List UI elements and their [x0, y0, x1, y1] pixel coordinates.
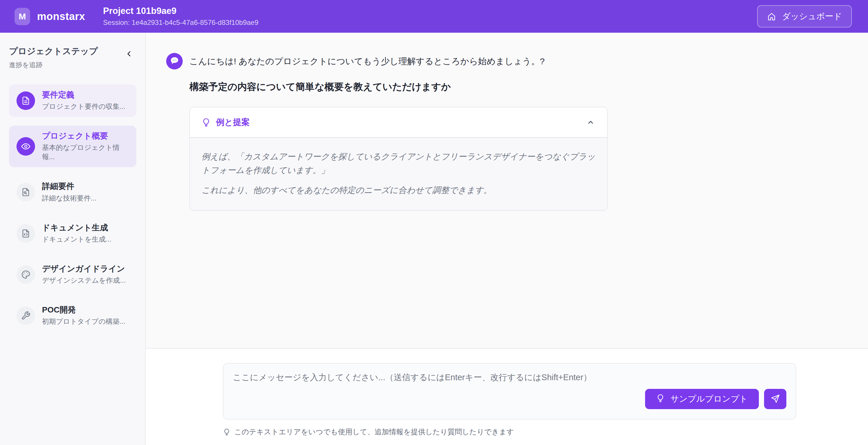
top-header: M monstarx Project 101b9ae9 Session: 1e4… [0, 0, 868, 33]
file-code-icon [17, 224, 35, 243]
composer-helper: このテキストエリアをいつでも使用して、追加情報を提供したり質問したりできます [223, 427, 868, 437]
examples-panel: 例と提案 例えば、「カスタムアートワークを探しているクライアントとフリーランスデ… [189, 107, 608, 211]
examples-toggle[interactable]: 例と提案 [190, 107, 607, 138]
sidebar-item-4[interactable]: ドキュメント生成 ドキュメントを生成... [9, 217, 136, 250]
project-steps-sidebar: プロジェクトステップ 進捗を追跡 要件定義 プロジェクト要件の収集... プロジ… [0, 33, 146, 445]
lightbulb-icon [202, 118, 211, 127]
chevron-left-icon [125, 55, 133, 59]
project-title: Project 101b9ae9 [103, 6, 258, 16]
dashboard-button-label: ダッシュボード [782, 11, 842, 22]
sidebar-item-6[interactable]: POC開発 初期プロトタイプの構築... [9, 300, 136, 332]
palette-icon [17, 265, 35, 284]
sidebar-item-3[interactable]: 詳細要件 詳細な技術要件... [9, 176, 136, 208]
brand-logo: M [14, 8, 30, 25]
sidebar-item-5[interactable]: デザインガイドライン デザインシステムを作成... [9, 259, 136, 291]
lightbulb-icon [223, 428, 230, 436]
assistant-question: 構築予定の内容について簡単な概要を教えていただけますか [189, 80, 608, 94]
chat-area: こんにちは! あなたのプロジェクトについてもう少し理解するところから始めましょう… [146, 33, 868, 348]
sidebar-title: プロジェクトステップ [9, 45, 98, 57]
dashboard-button[interactable]: ダッシュボード [757, 5, 852, 28]
brand-name: monstarx [37, 10, 85, 23]
main-content: こんにちは! あなたのプロジェクトについてもう少し理解するところから始めましょう… [146, 33, 868, 445]
assistant-message: こんにちは! あなたのプロジェクトについてもう少し理解するところから始めましょう… [166, 53, 850, 211]
sample-prompt-button[interactable]: サンプルプロンプト [645, 389, 759, 409]
eye-icon [17, 137, 35, 156]
lightbulb-icon [656, 394, 665, 405]
app-window: M monstarx Project 101b9ae9 Session: 1e4… [0, 0, 868, 445]
send-button[interactable] [764, 389, 786, 409]
assistant-avatar [166, 53, 183, 69]
file-search-icon [17, 183, 35, 201]
file-text-icon [17, 92, 35, 110]
examples-body: 例えば、「カスタムアートワークを探しているクライアントとフリーランスデザイナーを… [190, 138, 607, 210]
message-input-container: サンプルプロンプト [223, 363, 796, 419]
project-info: Project 101b9ae9 Session: 1e4a2931-b4c5-… [103, 6, 258, 27]
home-icon [767, 12, 776, 21]
speech-bubble-icon [170, 56, 180, 67]
sidebar-subtitle: 進捗を追跡 [9, 61, 98, 69]
chevron-up-icon [586, 118, 595, 127]
send-icon [770, 394, 780, 405]
composer-section: サンプルプロンプト このテキストエリアをいつでも使用して、追加情報を提供したり質 [146, 348, 868, 445]
brand-logo-letter: M [19, 11, 26, 22]
sample-prompt-label: サンプルプロンプト [671, 393, 748, 405]
example-paragraph: 例えば、「カスタムアートワークを探しているクライアントとフリーランスデザイナーを… [202, 150, 595, 177]
message-input[interactable] [233, 371, 632, 403]
example-paragraph: これにより、他のすべてをあなたの特定のニーズに合わせて調整できます。 [202, 183, 595, 197]
session-id: Session: 1e4a2931-b4c5-47a6-8576-d83f10b… [103, 19, 258, 27]
sidebar-item-1[interactable]: 要件定義 プロジェクト要件の収集... [9, 84, 136, 117]
sidebar-collapse-button[interactable] [124, 48, 135, 60]
steps-list: 要件定義 プロジェクト要件の収集... プロジェクト概要 基本的なプロジェクト情… [9, 84, 136, 332]
sidebar-item-2[interactable]: プロジェクト概要 基本的なプロジェクト情報... [9, 126, 136, 167]
wrench-icon [17, 306, 35, 325]
examples-title: 例と提案 [216, 116, 250, 128]
composer-helper-text: このテキストエリアをいつでも使用して、追加情報を提供したり質問したりできます [234, 427, 514, 437]
assistant-greeting: こんにちは! あなたのプロジェクトについてもう少し理解するところから始めましょう… [189, 53, 608, 69]
sidebar-heading: プロジェクトステップ 進捗を追跡 [9, 45, 98, 69]
